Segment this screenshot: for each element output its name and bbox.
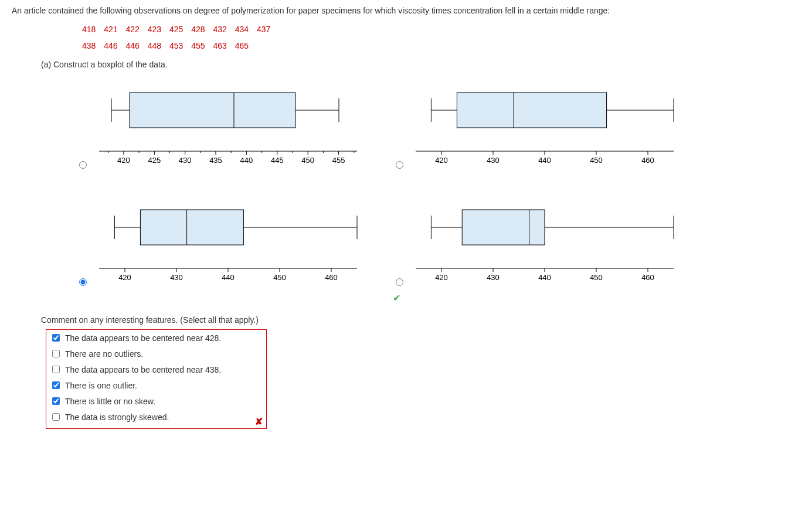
- svg-text:460: 460: [641, 273, 654, 282]
- checkbox-row-4[interactable]: There is one outlier.: [46, 377, 266, 393]
- boxplot-svg-1: 420 425 430 435 440 445 450 455: [93, 81, 381, 175]
- checkbox-5[interactable]: [52, 397, 60, 405]
- svg-rect-0: [130, 93, 295, 128]
- checkbox-group: The data appears to be centered near 428…: [46, 329, 267, 429]
- svg-text:420: 420: [118, 273, 131, 282]
- svg-text:435: 435: [209, 156, 222, 165]
- radio-option-1[interactable]: [79, 161, 87, 169]
- svg-text:430: 430: [170, 273, 183, 282]
- checkbox-label-1: The data appears to be centered near 428…: [65, 333, 221, 343]
- checkbox-label-2: There are no outliers.: [65, 349, 143, 359]
- svg-text:420: 420: [435, 273, 448, 282]
- checkbox-4[interactable]: [52, 381, 60, 389]
- checkbox-label-6: The data is strongly skewed.: [65, 412, 169, 422]
- boxplot-svg-4: 420 430 440 450 460: [410, 198, 698, 292]
- radio-option-2[interactable]: [396, 161, 403, 169]
- svg-text:420: 420: [435, 156, 448, 165]
- data-row-2: 438 446 446 448 453 455 463 465: [82, 37, 800, 54]
- svg-text:440: 440: [538, 273, 551, 282]
- comment-prompt: Comment on any interesting features. (Se…: [41, 315, 800, 325]
- svg-text:425: 425: [148, 156, 161, 165]
- intro-text: An article contained the following obser…: [12, 6, 800, 15]
- boxplot-svg-2: 420 430 440 450 460: [410, 81, 698, 175]
- part-a-label: (a) Construct a boxplot of the data.: [41, 60, 800, 69]
- data-row-1: 418 421 422 423 425 428 432 434 437: [82, 21, 800, 37]
- svg-rect-32: [457, 93, 606, 128]
- checkbox-2[interactable]: [52, 350, 60, 357]
- svg-text:455: 455: [332, 156, 345, 165]
- svg-text:440: 440: [538, 156, 551, 165]
- svg-text:420: 420: [117, 156, 130, 165]
- svg-text:430: 430: [487, 156, 500, 165]
- boxplot-option-1[interactable]: 420 425 430 435 440 445 450 455: [76, 81, 381, 175]
- svg-text:440: 440: [240, 156, 253, 165]
- boxplot-options: 420 425 430 435 440 445 450 455: [76, 81, 698, 292]
- checkmark-icon: ✔: [393, 292, 400, 304]
- checkbox-label-3: The data appears to be centered near 438…: [65, 365, 221, 374]
- svg-text:440: 440: [222, 273, 235, 282]
- data-values: 418 421 422 423 425 428 432 434 437 438 …: [82, 21, 800, 54]
- radio-option-3[interactable]: [79, 278, 87, 286]
- checkbox-row-5[interactable]: There is little or no skew.: [46, 393, 266, 409]
- svg-rect-66: [462, 210, 545, 245]
- checkbox-label-4: There is one outlier.: [65, 381, 137, 390]
- checkbox-row-1[interactable]: The data appears to be centered near 428…: [46, 330, 266, 346]
- checkbox-3[interactable]: [52, 366, 60, 373]
- checkbox-row-2[interactable]: There are no outliers.: [46, 346, 266, 362]
- radio-option-4[interactable]: [396, 278, 403, 286]
- svg-text:430: 430: [179, 156, 192, 165]
- svg-text:450: 450: [301, 156, 314, 165]
- svg-text:450: 450: [273, 273, 286, 282]
- boxplot-option-4[interactable]: ✔ 420 430 440 450 460: [393, 198, 698, 292]
- svg-text:450: 450: [590, 156, 603, 165]
- checkbox-1[interactable]: [52, 334, 60, 342]
- svg-text:450: 450: [590, 273, 603, 282]
- svg-text:445: 445: [271, 156, 284, 165]
- checkbox-label-5: There is little or no skew.: [65, 397, 155, 406]
- boxplot-svg-3: 420 430 440 450 460: [93, 198, 381, 292]
- svg-text:460: 460: [325, 273, 338, 282]
- svg-text:460: 460: [641, 156, 654, 165]
- boxplot-option-2[interactable]: 420 430 440 450 460: [393, 81, 698, 175]
- checkbox-row-6[interactable]: The data is strongly skewed.: [46, 409, 266, 425]
- boxplot-option-3[interactable]: 420 430 440 450 460: [76, 198, 381, 292]
- svg-text:430: 430: [487, 273, 500, 282]
- checkbox-6[interactable]: [52, 413, 60, 421]
- checkbox-row-3[interactable]: The data appears to be centered near 438…: [46, 362, 266, 377]
- x-mark-icon: ✘: [255, 416, 263, 427]
- svg-rect-49: [140, 210, 243, 245]
